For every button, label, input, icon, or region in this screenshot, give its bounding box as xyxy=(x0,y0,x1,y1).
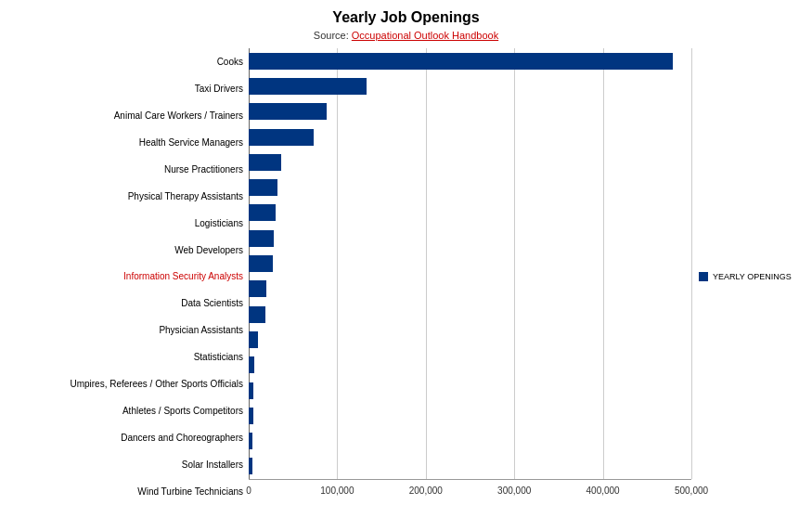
y-label: Logisticians xyxy=(0,210,249,237)
bar-row xyxy=(249,302,691,327)
y-label: Umpires, Referees / Other Sports Officia… xyxy=(0,370,249,397)
y-label: Wind Turbine Technicians xyxy=(0,478,249,505)
x-tick-label: 300,000 xyxy=(497,486,531,496)
bar-row xyxy=(249,327,691,352)
bar-row xyxy=(249,226,691,251)
y-label: Statisticians xyxy=(0,343,249,370)
bar xyxy=(249,306,265,323)
legend-item: YEARLY OPENINGS xyxy=(699,272,792,281)
bar-row xyxy=(249,251,691,276)
grid-line xyxy=(691,48,692,479)
y-label: Dancers and Choreographers xyxy=(0,424,249,451)
bar xyxy=(249,356,254,373)
bar xyxy=(249,129,314,146)
bar xyxy=(249,230,274,247)
bar xyxy=(249,408,253,424)
bar xyxy=(249,103,327,120)
x-tick-label: 200,000 xyxy=(409,486,443,496)
bar-row xyxy=(249,353,691,378)
y-axis-labels: CooksTaxi DriversAnimal Care Workers / T… xyxy=(0,48,249,505)
bar-row xyxy=(249,378,691,403)
bar xyxy=(249,331,258,348)
bar-row xyxy=(249,99,691,124)
bar xyxy=(249,179,277,196)
bar-row xyxy=(249,149,691,175)
y-label: Animal Care Workers / Trainers xyxy=(0,102,249,129)
bar xyxy=(249,433,252,449)
bar-row xyxy=(249,428,691,453)
y-label: Cooks xyxy=(0,48,249,75)
legend-color-box xyxy=(699,272,708,281)
bar-row xyxy=(249,454,691,479)
y-label: Physician Assistants xyxy=(0,317,249,343)
x-tick-label: 500,000 xyxy=(675,486,708,496)
chart-container: Yearly Job Openings Source: Occupational… xyxy=(0,0,812,531)
bar-row xyxy=(249,403,691,428)
y-label: Physical Therapy Assistants xyxy=(0,183,249,210)
y-label: Athletes / Sports Competitors xyxy=(0,397,249,424)
legend-area: YEARLY OPENINGS xyxy=(691,48,812,505)
bar-row xyxy=(249,48,691,73)
x-tick-label: 400,000 xyxy=(586,486,620,496)
bar xyxy=(249,280,266,297)
y-label: Nurse Practitioners xyxy=(0,156,249,183)
bars-grid xyxy=(249,48,691,479)
chart-main: CooksTaxi DriversAnimal Care Workers / T… xyxy=(0,48,812,505)
y-label: Health Service Managers xyxy=(0,129,249,156)
chart-title: Yearly Job Openings xyxy=(0,9,812,26)
bar xyxy=(249,78,367,95)
bar-row xyxy=(249,201,691,226)
x-axis: 0100,000200,000300,000400,000500,000 xyxy=(249,479,691,505)
bar xyxy=(249,204,276,221)
x-tick-label: 100,000 xyxy=(320,486,354,496)
bar xyxy=(249,53,673,70)
y-label: Taxi Drivers xyxy=(0,75,249,102)
chart-source: Source: Occupational Outlook Handbook xyxy=(0,30,812,41)
bar xyxy=(249,382,253,399)
source-link[interactable]: Occupational Outlook Handbook xyxy=(352,30,498,41)
legend-label: YEARLY OPENINGS xyxy=(713,272,792,281)
y-label: Information Security Analysts xyxy=(0,264,249,291)
bar-row xyxy=(249,73,691,98)
y-label: Web Developers xyxy=(0,237,249,264)
bar-row xyxy=(249,175,691,200)
bar xyxy=(249,458,252,474)
x-tick-label: 0 xyxy=(246,486,251,496)
y-label: Data Scientists xyxy=(0,290,249,317)
bar-row xyxy=(249,124,691,149)
plot-area: 0100,000200,000300,000400,000500,000 xyxy=(249,48,691,505)
bar xyxy=(249,154,281,171)
bar xyxy=(249,255,273,272)
y-label: Solar Installers xyxy=(0,451,249,478)
bar-row xyxy=(249,277,691,302)
